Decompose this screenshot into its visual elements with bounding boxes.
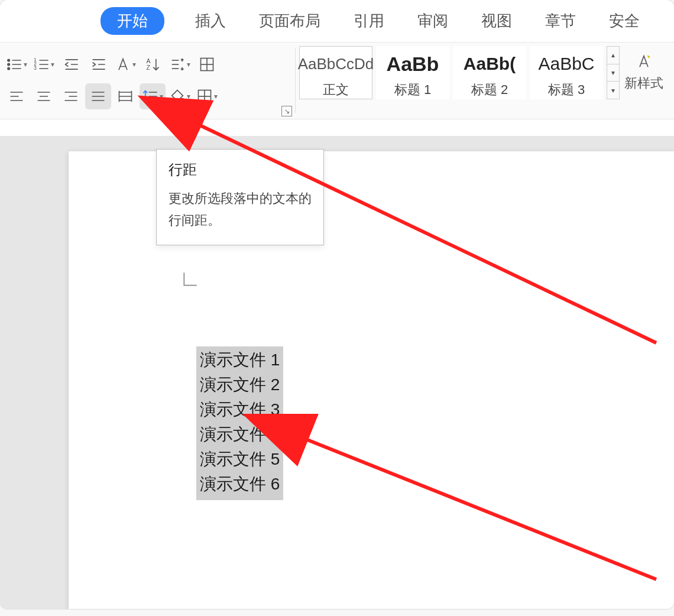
selected-text-block[interactable]: 演示文件 1 演示文件 2 演示文件 3 演示文件 4 演示文件 5 演示文件 … — [196, 346, 283, 500]
svg-point-2 — [8, 63, 9, 66]
align-justify-button[interactable] — [85, 83, 111, 109]
font-effects-button[interactable]: ▾ — [112, 51, 138, 77]
style-heading2-preview: AaBb( — [464, 47, 516, 81]
decrease-indent-button[interactable] — [58, 51, 84, 77]
style-heading1-preview: AaBb — [387, 47, 439, 81]
style-heading1-name: 标题 1 — [394, 81, 431, 99]
tab-start[interactable]: 开始 — [101, 7, 164, 35]
style-heading3[interactable]: AaBbC 标题 3 — [530, 46, 603, 99]
svg-text:3: 3 — [34, 66, 37, 71]
align-left-button[interactable] — [4, 83, 30, 109]
style-heading2[interactable]: AaBb( 标题 2 — [453, 46, 526, 99]
doc-line: 演示文件 1 — [200, 348, 280, 372]
shading-button[interactable]: ▾ — [167, 83, 193, 109]
style-heading3-name: 标题 3 — [548, 81, 585, 99]
line-spacing-tooltip: 行距 更改所选段落中的文本的行间距。 — [156, 149, 324, 245]
new-style-label: 新样式 — [624, 74, 663, 92]
numbered-list-button[interactable]: 123▾ — [31, 51, 57, 77]
style-heading2-name: 标题 2 — [471, 81, 508, 99]
workspace: 演示文件 1 演示文件 2 演示文件 3 演示文件 4 演示文件 5 演示文件 … — [0, 136, 674, 609]
tab-view[interactable]: 视图 — [479, 8, 514, 34]
borders-button[interactable]: ▾ — [194, 83, 220, 109]
align-right-button[interactable] — [58, 83, 84, 109]
tab-secure[interactable]: 安全 — [607, 8, 642, 34]
doc-line: 演示文件 5 — [200, 447, 280, 472]
style-heading1[interactable]: AaBb 标题 1 — [376, 46, 449, 99]
ribbon: ▾ 123▾ ▾ AZ ▾ — [0, 43, 674, 119]
text-wrap-button[interactable] — [194, 51, 220, 77]
svg-text:A: A — [147, 57, 151, 64]
styles-scroll-down-icon[interactable]: ▾ — [607, 64, 619, 82]
svg-text:Z: Z — [147, 64, 151, 71]
sort-button[interactable]: AZ — [140, 51, 166, 77]
styles-expand-icon[interactable]: ▾ — [607, 82, 619, 99]
tab-review[interactable]: 审阅 — [415, 8, 451, 34]
distributed-align-button[interactable] — [112, 83, 138, 109]
app-window: 开始 插入 页面布局 引用 审阅 视图 章节 安全 ▾ 123▾ — [0, 0, 674, 609]
newstyle-group: 新样式 — [620, 43, 668, 119]
styles-group: AaBbCcDd 正文 AaBb 标题 1 AaBb( 标题 2 AaBbC 标… — [296, 43, 620, 119]
paragraph-dialog-launcher[interactable]: ↘ — [281, 106, 292, 116]
doc-line: 演示文件 6 — [200, 472, 280, 497]
style-heading3-preview: AaBbC — [538, 47, 594, 81]
margin-corner-icon — [181, 270, 200, 291]
doc-line: 演示文件 3 — [200, 397, 280, 422]
styles-scroll[interactable]: ▴ ▾ ▾ — [607, 46, 620, 99]
bullet-list-button[interactable]: ▾ — [4, 51, 30, 77]
svg-point-51 — [181, 99, 184, 102]
style-body-preview: AaBbCcDd — [298, 47, 374, 81]
tooltip-body: 更改所选段落中的文本的行间距。 — [168, 187, 312, 232]
paragraph-group: ▾ 123▾ ▾ AZ ▾ — [0, 43, 296, 119]
ribbon-tabs: 开始 插入 页面布局 引用 审阅 视图 章节 安全 — [0, 0, 674, 43]
align-center-button[interactable] — [31, 83, 57, 109]
style-body-name: 正文 — [323, 81, 349, 99]
styles-scroll-up-icon[interactable]: ▴ — [607, 47, 619, 64]
tooltip-title: 行距 — [168, 160, 312, 179]
tab-reference[interactable]: 引用 — [351, 8, 387, 34]
doc-line: 演示文件 2 — [200, 372, 280, 397]
paragraph-spacing-button[interactable]: ▾ — [167, 51, 193, 77]
svg-point-4 — [8, 67, 9, 70]
tab-chapter[interactable]: 章节 — [543, 8, 578, 34]
increase-indent-button[interactable] — [85, 51, 111, 77]
doc-line: 演示文件 4 — [200, 422, 280, 447]
new-style-button[interactable] — [631, 48, 657, 74]
style-body[interactable]: AaBbCcDd 正文 — [299, 46, 372, 99]
tab-layout[interactable]: 页面布局 — [257, 8, 323, 34]
tab-insert[interactable]: 插入 — [193, 8, 228, 34]
svg-point-0 — [8, 59, 9, 61]
line-spacing-button[interactable]: ▾ — [140, 83, 166, 109]
